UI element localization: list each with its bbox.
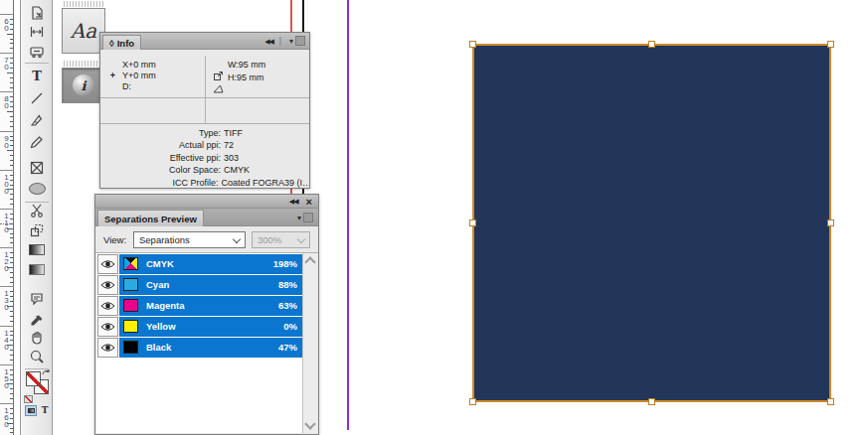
ruler-tick <box>10 155 13 156</box>
ruler-tick <box>10 39 13 40</box>
ruler-tick <box>10 277 13 278</box>
ruler-tick <box>10 96 13 97</box>
separations-panel-tab[interactable]: Separations Preview <box>97 210 204 226</box>
ruler-tick <box>10 175 13 176</box>
formatting-affects-text-button[interactable]: T <box>39 405 51 416</box>
selection-handle-middle-right[interactable] <box>827 219 834 226</box>
ruler-tick <box>10 331 13 332</box>
pencil-tool[interactable] <box>25 133 49 151</box>
close-icon[interactable]: × <box>306 197 312 207</box>
panel-menu-icon[interactable]: ▾ <box>297 213 313 222</box>
detail-label: Color Space: <box>100 164 221 176</box>
hand-tool[interactable] <box>25 329 49 347</box>
swap-fill-stroke-icon[interactable] <box>42 369 51 378</box>
selection-handle-bottom-middle[interactable] <box>648 398 655 405</box>
ruler-tick <box>10 388 13 389</box>
ruler-tick <box>10 223 13 224</box>
rectangle-frame-tool[interactable] <box>25 159 49 177</box>
ruler-major-line <box>0 131 14 132</box>
scroll-down-icon[interactable] <box>304 418 315 429</box>
separation-row-yellow[interactable]: Yellow 0% <box>119 317 302 337</box>
eye-icon <box>100 343 115 353</box>
gap-tool[interactable] <box>25 23 49 41</box>
view-row: View: Separations 300% <box>95 226 318 253</box>
separation-row-cyan[interactable]: Cyan 88% <box>119 275 302 295</box>
selected-image-frame[interactable] <box>472 44 831 402</box>
ruler-tick <box>7 306 13 307</box>
ink-limit-select[interactable]: 300% <box>252 231 310 248</box>
visibility-toggle-cmyk[interactable] <box>97 254 118 274</box>
collapse-to-icons-icon[interactable]: ◀◀ <box>289 198 298 206</box>
info-panel-tab[interactable]: ◊ Info <box>102 35 141 50</box>
selection-handle-top-right[interactable] <box>827 41 834 48</box>
selection-handle-bottom-left[interactable] <box>469 398 476 405</box>
free-transform-tool[interactable] <box>25 221 49 239</box>
ruler-tick <box>10 58 13 59</box>
zoom-tool[interactable] <box>25 348 49 365</box>
ruler-tick <box>10 252 13 253</box>
ruler-tick <box>10 126 13 127</box>
ruler-major-line <box>0 247 14 248</box>
detail-value: 303 <box>224 152 239 164</box>
ruler-tick <box>10 272 13 273</box>
ruler-major-line <box>0 286 14 287</box>
selection-handle-top-left[interactable] <box>469 41 476 48</box>
info-divider <box>100 123 309 124</box>
view-select[interactable]: Separations <box>133 231 246 248</box>
ruler-tick <box>10 101 13 102</box>
page-tool[interactable] <box>25 4 49 22</box>
ruler-tick <box>10 218 13 219</box>
scrollbar[interactable] <box>302 253 317 433</box>
gradient-swatch-tool[interactable] <box>25 240 49 258</box>
separations-preview-panel: ◀◀ × Separations Preview ▾ View: Separat… <box>94 194 319 435</box>
vertical-ruler: 6 07 08 09 01 0 01 1 01 2 01 3 01 4 01 5… <box>0 0 14 435</box>
ink-name: Cyan <box>146 279 169 290</box>
visibility-toggle-cyan[interactable] <box>97 275 118 295</box>
fill-swatch-none[interactable] <box>26 371 41 386</box>
pen-tool[interactable] <box>25 111 49 129</box>
ruler-tick <box>10 296 13 297</box>
panel-menu-icon[interactable]: ▾ <box>289 36 305 46</box>
eyedropper-tool[interactable] <box>25 312 49 330</box>
detail-value: CMYK <box>224 164 250 176</box>
ruler-tick <box>10 214 13 215</box>
dock-gripper[interactable] <box>64 1 103 7</box>
selection-handle-bottom-right[interactable] <box>827 398 834 405</box>
separation-row-cmyk[interactable]: CMYK 198% <box>119 254 302 274</box>
content-collector-tool[interactable] <box>25 42 49 60</box>
ruler-tick <box>10 432 13 433</box>
ruler-tick <box>10 165 13 166</box>
ruler-tick <box>10 43 13 44</box>
ink-coverage: 0% <box>283 321 297 332</box>
ruler-tick <box>10 257 13 258</box>
visibility-toggle-yellow[interactable] <box>97 317 118 337</box>
visibility-toggle-magenta[interactable] <box>97 296 118 316</box>
separation-row-black[interactable]: Black 47% <box>119 338 302 358</box>
type-tool[interactable]: T <box>25 67 49 84</box>
info-panel-body: X+0 mm +Y+0 mm D: W:95 mm H:95 mm Type:T… <box>100 50 309 188</box>
ruler-tick <box>10 335 13 336</box>
formatting-affects-container-button[interactable] <box>25 405 37 416</box>
collapse-to-icons-icon[interactable]: ◀◀ <box>264 38 273 46</box>
fill-stroke-controls[interactable] <box>26 371 50 395</box>
line-tool[interactable] <box>25 89 49 107</box>
frame-size-icon <box>212 71 225 84</box>
selection-handle-top-middle[interactable] <box>648 41 655 48</box>
default-fill-stroke-icon[interactable] <box>24 395 33 403</box>
gradient-feather-tool[interactable] <box>25 260 49 278</box>
ellipse-tool[interactable] <box>25 180 49 198</box>
chevron-down-icon <box>297 234 305 242</box>
separation-row-magenta[interactable]: Magenta 63% <box>119 296 302 316</box>
visibility-toggle-black[interactable] <box>97 338 118 358</box>
scissors-tool[interactable] <box>25 202 49 219</box>
selection-handle-middle-left[interactable] <box>469 219 476 226</box>
dock-gripper[interactable] <box>64 61 103 67</box>
ruler-tick <box>10 369 13 370</box>
ruler-tick <box>10 262 13 263</box>
info-divider-vertical <box>205 97 206 123</box>
scroll-up-icon[interactable] <box>304 256 315 267</box>
note-tool[interactable] <box>25 289 49 307</box>
ruler-tick <box>10 180 13 181</box>
ruler-tick <box>10 316 13 317</box>
detail-value: Coated FOGRA39 (I… <box>221 177 309 189</box>
